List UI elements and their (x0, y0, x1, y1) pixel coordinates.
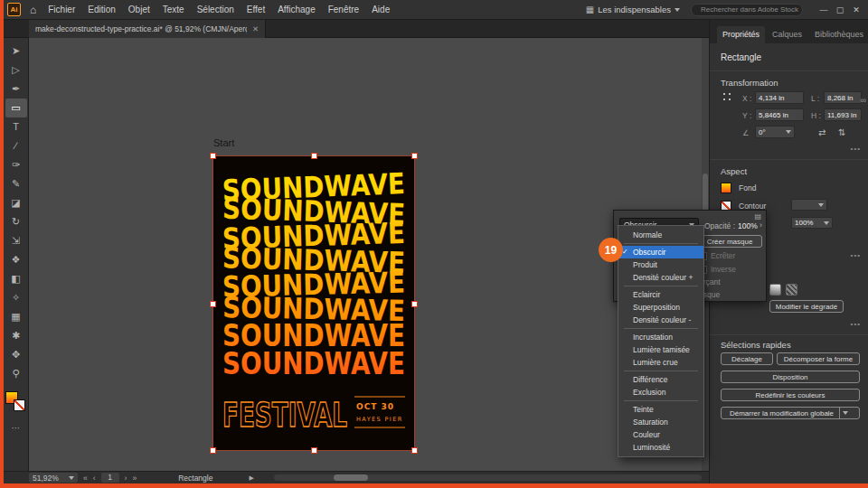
menu-objet[interactable]: Objet (122, 0, 156, 20)
blend-mode-option-densite-moins[interactable]: Densité couleur - (618, 314, 703, 326)
flip-vertical-icon[interactable]: ⇅ (838, 127, 845, 137)
paintbrush-tool[interactable]: ✑ (5, 155, 27, 174)
zoom-level-select[interactable]: 51,92% (29, 473, 78, 483)
line-segment-tool[interactable]: ∕ (5, 136, 27, 155)
scale-tool[interactable]: ⇲ (5, 231, 27, 250)
blend-mode-option-incrustation[interactable]: Incrustation (618, 331, 703, 343)
panel-menu-icon[interactable]: ▤ (754, 212, 761, 221)
selection-handle[interactable] (311, 447, 317, 454)
horizontal-scrollbar[interactable] (274, 474, 702, 481)
toolbar-overflow-icon[interactable]: ⋯ (12, 423, 21, 433)
expand-shape-button[interactable]: Décomposer la forme (777, 352, 860, 365)
menu-fichier[interactable]: Fichier (42, 0, 81, 20)
mesh-tool[interactable]: ▦ (5, 307, 27, 326)
transform-more-options[interactable]: ••• (851, 145, 861, 153)
previous-artboard-button[interactable]: ‹ (93, 474, 96, 483)
tab-proprietes[interactable]: Propriétés (717, 26, 765, 43)
rotation-field[interactable]: 0° (755, 126, 795, 138)
menu-selection[interactable]: Sélection (191, 0, 241, 20)
fill-stroke-control[interactable] (5, 390, 28, 414)
blend-mode-option-lumiere-tamisee[interactable]: Lumière tamisée (618, 343, 703, 356)
status-play-icon[interactable]: ▶ (249, 474, 253, 482)
blend-mode-option-luminosite[interactable]: Luminosité (618, 441, 703, 454)
fill-color-swatch[interactable] (721, 183, 731, 193)
eyedropper-tool[interactable]: ✧ (5, 288, 27, 307)
blend-mode-option-eclaircir[interactable]: Eclaircir (618, 288, 703, 301)
menu-edition[interactable]: Edition (81, 0, 122, 20)
gradient-type-linear-button[interactable] (769, 284, 781, 296)
blend-mode-option-saturation[interactable]: Saturation (618, 416, 703, 428)
menu-fenetre[interactable]: Fenêtre (322, 0, 365, 20)
blend-mode-option-obscurcir[interactable]: ✓ Obscurcir (618, 246, 703, 258)
home-icon[interactable]: ⌂ (30, 4, 36, 16)
last-artboard-button[interactable]: » (132, 474, 137, 483)
rectangle-tool[interactable]: ▭ (5, 99, 27, 117)
selection-handle[interactable] (210, 301, 216, 307)
selection-handle[interactable] (411, 153, 418, 159)
shape-builder-tool[interactable]: ❖ (5, 250, 27, 269)
blend-mode-option-teinte[interactable]: Teinte (618, 403, 703, 416)
minimize-button[interactable]: — (816, 0, 832, 20)
x-field[interactable]: 4,134 in (755, 91, 804, 104)
offset-button[interactable]: Décalage (721, 352, 773, 365)
edit-gradient-button[interactable]: Modifier le dégradé (769, 300, 844, 313)
width-field[interactable]: 8,268 in (824, 91, 862, 104)
menu-aide[interactable]: Aide (365, 0, 396, 20)
tab-calques[interactable]: Calques (767, 26, 807, 43)
gradient-type-radial-button[interactable] (786, 284, 797, 296)
eraser-tool[interactable]: ◪ (5, 193, 27, 212)
blend-tool[interactable]: ✱ (5, 326, 27, 345)
rotate-tool[interactable]: ↻ (5, 212, 27, 231)
next-artboard-button[interactable]: › (125, 474, 127, 483)
artboard-number-field[interactable]: 1 (101, 473, 119, 483)
selection-handle[interactable] (210, 447, 216, 454)
selection-handle[interactable] (311, 153, 317, 159)
menu-effet[interactable]: Effet (241, 0, 271, 20)
arrange-button[interactable]: Disposition (721, 371, 860, 383)
link-dimensions-icon[interactable]: ∞ (861, 96, 866, 105)
opacity-field[interactable]: 100% (791, 217, 833, 229)
stroke-swatch[interactable] (14, 399, 25, 411)
zoom-tool[interactable]: ⚲ (5, 364, 27, 383)
tab-bibliotheques[interactable]: Bibliothèques (809, 26, 868, 43)
pencil-tool[interactable]: ✎ (5, 174, 27, 193)
artboard-label[interactable]: Start (213, 137, 234, 148)
first-artboard-button[interactable]: « (83, 474, 88, 483)
artboard-poster[interactable]: SOUNDWAVE SOUNDWAVE SOUNDWAVE SOUNDWAVE … (213, 156, 414, 450)
recolor-button[interactable]: Redéfinir les couleurs (721, 389, 860, 401)
blend-mode-option-difference[interactable]: Différence (618, 373, 703, 386)
stroke-weight-select[interactable] (791, 199, 827, 211)
blend-mode-option-produit[interactable]: Produit (618, 258, 703, 271)
blend-mode-option-lumiere-crue[interactable]: Lumière crue (618, 356, 703, 369)
blend-mode-option-normale[interactable]: Normale (618, 229, 703, 241)
reference-point-grid[interactable] (721, 90, 734, 104)
selection-handle[interactable] (411, 301, 418, 307)
gradient-tool[interactable]: ◧ (5, 269, 27, 288)
type-tool[interactable]: T (5, 117, 27, 136)
menu-texte[interactable]: Texte (156, 0, 191, 20)
menu-affichage[interactable]: Affichage (271, 0, 322, 20)
global-edit-button[interactable]: Démarrer la modification globale (721, 407, 860, 419)
height-field[interactable]: 11,693 in (824, 108, 862, 121)
chevron-down-icon[interactable] (840, 411, 851, 415)
aspect-more-options[interactable]: ••• (851, 251, 861, 259)
selection-handle[interactable] (411, 447, 418, 454)
selection-handle[interactable] (210, 153, 216, 159)
search-input[interactable] (701, 5, 800, 14)
selection-tool[interactable]: ➤ (5, 42, 27, 61)
blend-mode-option-superposition[interactable]: Superposition (618, 301, 703, 314)
flip-horizontal-icon[interactable]: ⇄ (818, 127, 826, 137)
gradient-more-options[interactable]: ••• (851, 320, 861, 328)
create-mask-button[interactable]: Créer masque (697, 235, 762, 248)
horizontal-scrollbar-thumb[interactable] (334, 474, 368, 481)
clip-checkbox-row[interactable]: Ecrêter (699, 251, 735, 260)
direct-selection-tool[interactable]: ▷ (5, 61, 27, 80)
workspace-switcher[interactable]: ▦ Les indispensables (586, 5, 680, 14)
popup-opacity-value[interactable]: 100% (738, 221, 758, 230)
close-tab-icon[interactable]: ✕ (252, 24, 259, 33)
blend-mode-option-exclusion[interactable]: Exclusion (618, 386, 703, 399)
close-button[interactable]: ✕ (848, 0, 864, 20)
maximize-button[interactable]: ▢ (832, 0, 848, 20)
invert-checkbox-row[interactable]: Inverse (699, 265, 736, 274)
y-field[interactable]: 5,8465 in (755, 108, 804, 121)
